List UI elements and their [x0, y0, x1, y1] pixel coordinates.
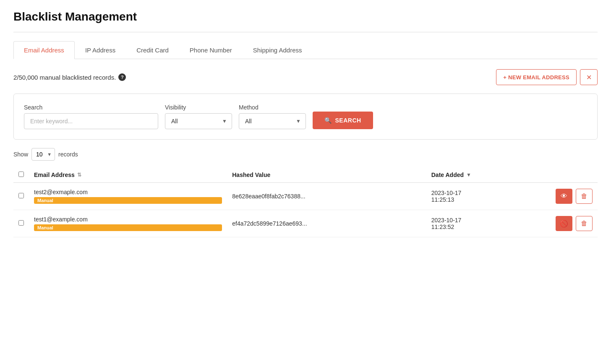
records-label: records — [58, 151, 78, 158]
sort-date-icon[interactable]: ▼ — [466, 172, 471, 178]
top-bar: 2/50,000 manual blacklisted records. ? +… — [13, 69, 598, 85]
row-delete-button-1[interactable]: 🗑 — [576, 216, 593, 231]
search-input[interactable] — [24, 113, 158, 129]
th-hashed-label: Hashed Value — [232, 172, 270, 178]
row-time-1: 11:23:52 — [431, 224, 535, 230]
th-actions — [540, 167, 598, 183]
row-badge-1: Manual — [34, 224, 222, 231]
search-panel: Search Visibility All ▼ Method All ▼ 🔍 — [13, 94, 598, 140]
row-email-cell: test1@example.com Manual — [29, 210, 227, 237]
row-checkbox-1[interactable] — [18, 220, 24, 226]
trash-icon-1: 🗑 — [581, 220, 588, 227]
row-toggle-visibility-button-1[interactable]: 🚫 — [556, 216, 572, 231]
th-email-label: Email Address — [34, 172, 75, 178]
row-date-cell: 2023-10-17 11:25:13 — [426, 183, 540, 210]
th-checkbox — [13, 167, 29, 183]
row-action-cell: 🚫 🗑 — [540, 210, 598, 237]
visibility-select[interactable]: All — [165, 113, 232, 129]
trash-icon-0: 🗑 — [581, 192, 588, 200]
row-hashed-cell: 8e628eaae0f8fab2c76388... — [227, 183, 426, 210]
row-checkbox-cell — [13, 210, 29, 237]
row-email-0: test2@exmaple.com — [34, 189, 222, 195]
method-select[interactable]: All — [239, 113, 306, 129]
visibility-select-wrapper: All ▼ — [165, 113, 232, 129]
row-hashed-cell: ef4a72dc5899e7126ae693... — [227, 210, 426, 237]
show-select-wrapper: 10 25 50 ▼ — [31, 148, 55, 161]
show-select[interactable]: 10 25 50 — [31, 148, 55, 161]
row-time-0: 11:25:13 — [431, 196, 535, 203]
row-email-cell: test2@exmaple.com Manual — [29, 183, 227, 210]
method-select-wrapper: All ▼ — [239, 113, 306, 129]
visibility-field-group: Visibility All ▼ — [165, 104, 232, 129]
th-email: Email Address ⇅ — [29, 167, 227, 183]
search-button-label: SEARCH — [335, 117, 361, 124]
select-all-checkbox[interactable] — [18, 172, 24, 177]
row-date-1: 2023-10-17 — [431, 217, 535, 224]
method-label: Method — [239, 104, 306, 111]
row-hashed-0: 8e628eaae0f8fab2c76388... — [232, 193, 305, 200]
eye-icon-0: 👁 — [561, 192, 567, 200]
tab-credit-card[interactable]: Credit Card — [126, 41, 179, 59]
row-action-cell: 👁 🗑 — [540, 183, 598, 210]
search-label: Search — [24, 104, 158, 111]
th-hashed: Hashed Value — [227, 167, 426, 183]
table-row: test1@example.com Manual ef4a72dc5899e71… — [13, 210, 598, 237]
sort-email-icon[interactable]: ⇅ — [77, 172, 81, 178]
page-title: Blacklist Management — [13, 10, 598, 23]
eye-icon-1: 🚫 — [560, 220, 568, 228]
search-button[interactable]: 🔍 SEARCH — [313, 112, 373, 129]
record-count-text: 2/50,000 manual blacklisted records. — [13, 74, 116, 81]
tab-shipping[interactable]: Shipping Address — [243, 41, 313, 59]
tab-phone[interactable]: Phone Number — [179, 41, 243, 59]
blacklist-table: Email Address ⇅ Hashed Value Date Added … — [13, 167, 598, 237]
row-checkbox-0[interactable] — [18, 193, 24, 198]
delete-all-icon: ✕ — [586, 73, 592, 81]
row-toggle-visibility-button-0[interactable]: 👁 — [556, 189, 572, 204]
table-row: test2@exmaple.com Manual 8e628eaae0f8fab… — [13, 183, 598, 210]
row-date-cell: 2023-10-17 11:23:52 — [426, 210, 540, 237]
table-controls: Show 10 25 50 ▼ records — [13, 148, 598, 161]
visibility-label: Visibility — [165, 104, 232, 111]
row-badge-0: Manual — [34, 197, 222, 204]
show-label: Show — [13, 151, 28, 158]
th-date: Date Added ▼ — [426, 167, 540, 183]
info-icon[interactable]: ? — [118, 73, 126, 81]
row-delete-button-0[interactable]: 🗑 — [576, 189, 593, 204]
method-field-group: Method All ▼ — [239, 104, 306, 129]
title-divider — [13, 32, 598, 32]
tab-bar: Email Address IP Address Credit Card Pho… — [13, 41, 598, 59]
top-bar-actions: + NEW EMAIL ADDRESS ✕ — [496, 69, 598, 85]
search-fields: Search Visibility All ▼ Method All ▼ 🔍 — [24, 104, 587, 129]
row-date-0: 2023-10-17 — [431, 190, 535, 196]
row-checkbox-cell — [13, 183, 29, 210]
delete-all-button[interactable]: ✕ — [580, 69, 598, 85]
search-icon: 🔍 — [324, 117, 332, 124]
tab-email[interactable]: Email Address — [13, 41, 75, 59]
record-count: 2/50,000 manual blacklisted records. ? — [13, 73, 126, 81]
row-email-1: test1@example.com — [34, 216, 222, 223]
search-field-group: Search — [24, 104, 158, 129]
new-email-button[interactable]: + NEW EMAIL ADDRESS — [496, 69, 577, 85]
th-date-label: Date Added — [431, 172, 464, 178]
row-hashed-1: ef4a72dc5899e7126ae693... — [232, 220, 307, 227]
tab-ip[interactable]: IP Address — [75, 41, 126, 59]
